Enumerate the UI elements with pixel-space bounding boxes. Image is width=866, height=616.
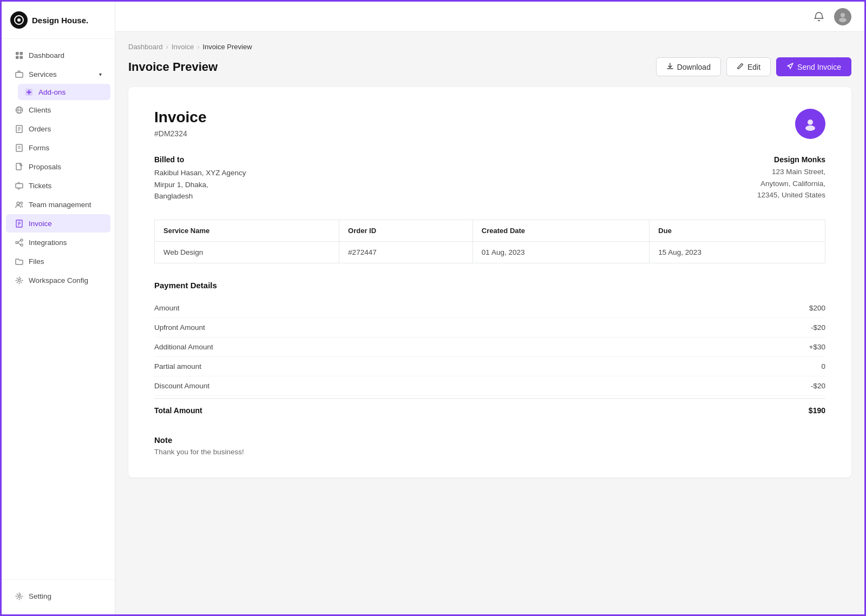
logo[interactable]: Design House. <box>2 2 115 39</box>
notification-bell[interactable] <box>810 8 828 25</box>
invoice-id: #DM2324 <box>154 129 206 138</box>
payment-title: Payment Details <box>154 281 825 290</box>
note-title: Note <box>154 435 825 445</box>
download-button[interactable]: Download <box>656 57 721 76</box>
sidebar-item-label: Setting <box>29 592 51 600</box>
sidebar-item-orders[interactable]: Orders <box>6 120 110 138</box>
svg-rect-4 <box>16 56 19 59</box>
svg-rect-3 <box>19 52 23 55</box>
payment-total: Total Amount $190 <box>154 398 825 422</box>
logo-icon <box>10 11 28 29</box>
col-service-name: Service Name <box>155 220 339 241</box>
svg-point-1 <box>17 18 21 22</box>
payment-section: Payment Details Amount $200 Upfront Amou… <box>154 281 825 422</box>
sidebar-item-label: Tickets <box>29 182 51 190</box>
note-text: Thank you for the business! <box>154 448 825 456</box>
sidebar-item-label: Workspace Config <box>29 276 88 284</box>
col-created-date: Created Date <box>473 220 649 241</box>
send-invoice-label: Send Invoice <box>797 63 841 71</box>
total-value: $190 <box>809 406 825 415</box>
invoice-title: Invoice <box>154 109 206 126</box>
sidebar-item-forms[interactable]: Forms <box>6 138 110 157</box>
billing-right: Design Monks 123 Main Street, Anytown, C… <box>757 155 825 202</box>
svg-line-29 <box>18 240 21 243</box>
payment-value: -$20 <box>811 382 825 390</box>
client-address-2: Bangladesh <box>154 190 246 202</box>
box-icon <box>15 70 23 78</box>
folder-icon <box>15 257 23 266</box>
sidebar-item-files[interactable]: Files <box>6 252 110 270</box>
payment-label: Partial amount <box>154 362 201 370</box>
svg-rect-19 <box>16 183 23 188</box>
sidebar-item-addons[interactable]: Add-ons <box>18 84 110 100</box>
sidebar-item-tickets[interactable]: Tickets <box>6 176 110 195</box>
breadcrumb-sep-2: › <box>197 43 199 51</box>
download-icon <box>666 62 674 71</box>
send-icon <box>786 62 794 71</box>
payment-label: Upfront Amount <box>154 323 205 332</box>
sidebar-item-label: Dashboard <box>29 51 64 59</box>
breadcrumb-invoice[interactable]: Invoice <box>172 43 194 51</box>
sidebar-item-label: Add-ons <box>38 88 65 96</box>
breadcrumb: Dashboard › Invoice › Invoice Preview <box>128 43 851 51</box>
cell-due: 15 Aug, 2023 <box>650 241 825 263</box>
sidebar-item-proposals[interactable]: Proposals <box>6 157 110 176</box>
svg-point-21 <box>20 202 22 204</box>
table-row: Web Design #272447 01 Aug, 2023 15 Aug, … <box>155 241 825 263</box>
send-invoice-button[interactable]: Send Invoice <box>776 57 851 76</box>
chevron-down-icon: ▾ <box>99 71 102 77</box>
team-icon <box>15 200 23 209</box>
grid-icon <box>15 51 23 59</box>
svg-point-28 <box>21 244 23 246</box>
svg-rect-2 <box>16 52 19 55</box>
payment-value: -$20 <box>811 323 825 332</box>
svg-line-30 <box>18 242 21 245</box>
sidebar-item-setting[interactable]: Setting <box>6 587 110 605</box>
payment-label: Additional Amount <box>154 343 213 351</box>
payment-value: +$30 <box>809 343 825 351</box>
sidebar-item-workspace[interactable]: Workspace Config <box>6 271 110 289</box>
sidebar-item-label: Forms <box>29 144 49 152</box>
payment-row-partial: Partial amount 0 <box>154 357 825 376</box>
sidebar-item-label: Invoice <box>29 220 52 228</box>
col-due: Due <box>650 220 825 241</box>
tickets-icon <box>15 181 23 190</box>
edit-button[interactable]: Edit <box>726 57 771 76</box>
billing-row: Billed to Rakibul Hasan, XYZ Agency Mirp… <box>154 155 825 202</box>
svg-point-36 <box>808 120 813 125</box>
invoice-table: Service Name Order ID Created Date Due W… <box>154 220 825 263</box>
company-name: Design Monks <box>757 155 825 164</box>
sidebar-item-team[interactable]: Team management <box>6 195 110 214</box>
sidebar-item-integrations[interactable]: Integrations <box>6 233 110 251</box>
logo-text: Design House. <box>32 16 88 25</box>
addons-icon <box>24 88 33 96</box>
sidebar-item-invoice[interactable]: Invoice <box>6 214 110 233</box>
payment-label: Amount <box>154 304 180 312</box>
sidebar: Design House. Dashboard Services ▾ Add-o… <box>2 2 115 614</box>
sidebar-bottom: Setting <box>2 579 115 614</box>
main-area: Dashboard › Invoice › Invoice Preview In… <box>115 2 864 614</box>
globe-icon <box>15 105 23 114</box>
sidebar-item-dashboard[interactable]: Dashboard <box>6 46 110 64</box>
sidebar-item-clients[interactable]: Clients <box>6 101 110 119</box>
payment-row-additional: Additional Amount +$30 <box>154 337 825 357</box>
sidebar-item-label: Team management <box>29 201 91 209</box>
sidebar-item-label: Files <box>29 257 44 266</box>
payment-label: Discount Amount <box>154 382 209 390</box>
integrations-icon <box>15 238 23 247</box>
client-address-1: Mirpur 1, Dhaka, <box>154 179 246 191</box>
orders-icon <box>15 124 23 133</box>
breadcrumb-dashboard[interactable]: Dashboard <box>128 43 163 51</box>
billed-to-label: Billed to <box>154 155 246 164</box>
sidebar-item-label: Integrations <box>29 239 67 247</box>
sidebar-nav: Dashboard Services ▾ Add-ons Clients <box>2 39 115 579</box>
user-avatar[interactable] <box>834 8 851 25</box>
sidebar-item-services[interactable]: Services ▾ <box>6 65 110 83</box>
note-section: Note Thank you for the business! <box>154 435 825 456</box>
header-actions: Download Edit Send Invoice <box>656 57 851 76</box>
sidebar-item-label: Proposals <box>29 163 61 171</box>
cell-created-date: 01 Aug, 2023 <box>473 241 649 263</box>
sidebar-item-label: Services <box>29 70 57 78</box>
page-title: Invoice Preview <box>128 60 218 74</box>
svg-rect-5 <box>19 56 23 59</box>
